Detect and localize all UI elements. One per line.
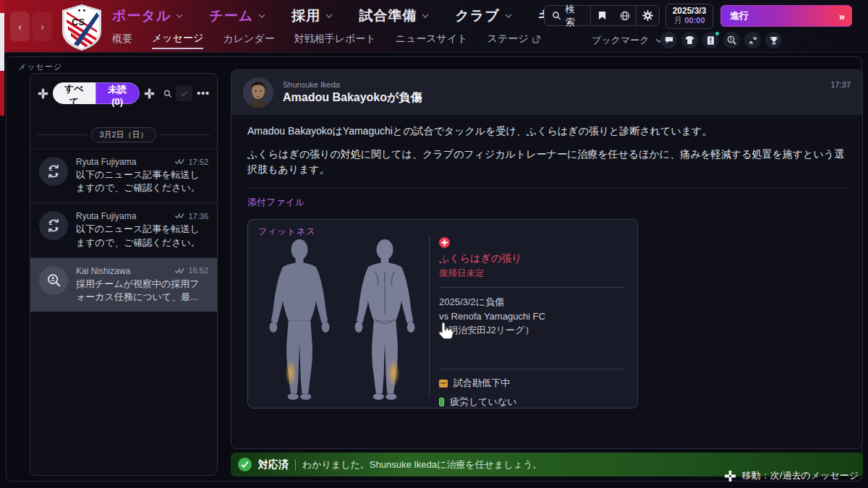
history-forward-button[interactable]: › — [33, 12, 52, 41]
trophy-icon — [770, 36, 778, 45]
search-icon — [552, 11, 561, 20]
check-circle-icon — [238, 458, 252, 471]
nav-portal[interactable]: ポータル — [112, 7, 183, 25]
bookmark-button[interactable] — [591, 6, 613, 25]
tab-messages[interactable]: メッセージ — [152, 32, 203, 49]
circular-arrows-icon — [749, 36, 757, 45]
world-button[interactable] — [613, 6, 636, 25]
nav-club-label: クラブ — [455, 7, 499, 25]
tab-stage-label: ステージ — [488, 33, 529, 46]
filter-all-button[interactable]: すべて — [53, 82, 95, 104]
speech-bubble-icon — [665, 36, 673, 44]
sharpness-status-row: 試合勘低下中 — [439, 377, 624, 390]
bookmarks-label: ブックマーク — [592, 34, 650, 47]
fitness-statuses: 試合勘低下中 疲労していない — [439, 369, 624, 414]
divider — [429, 236, 430, 398]
tab-overview[interactable]: 概要 — [112, 33, 132, 48]
injury-return-date: 復帰日未定 — [439, 267, 624, 280]
list-item-message-2[interactable]: Ryuta Fujiyama 17:36 以下のニュース記事を転送しますので、ご… — [30, 202, 217, 257]
message-time: 16:52 — [174, 266, 208, 275]
time-text: 17:52 — [188, 158, 208, 166]
external-link-icon — [532, 35, 540, 43]
transfer-icon — [46, 164, 61, 179]
medical-plus-icon — [439, 237, 450, 248]
messages-toolbar: すべて 未読 (0) ••• — [30, 74, 217, 111]
divider — [295, 459, 296, 471]
chevron-down-icon — [422, 14, 429, 19]
date-divider: 3月2日（日） — [38, 127, 210, 142]
message-navigation-hint[interactable]: 移動：次/過去のメッセージ — [724, 469, 859, 482]
more-options-icon[interactable]: ••• — [197, 87, 210, 99]
avatar — [39, 266, 68, 295]
dpad-icon — [724, 470, 736, 482]
avatar — [39, 211, 68, 240]
time-text: 17:36 — [188, 212, 208, 221]
nav-match-prep[interactable]: 試合準備 — [359, 7, 429, 25]
nav-club[interactable]: クラブ — [455, 7, 511, 25]
squad-kit-button[interactable] — [681, 32, 698, 48]
message-header: Shunsuke Ikeda Amadou Bakayokoが負傷 17:37 — [231, 70, 862, 115]
tab-opponent-report[interactable]: 対戦相手レポート — [294, 33, 376, 48]
body-front-view — [258, 239, 341, 401]
tab-news-site[interactable]: ニュースサイト — [396, 33, 468, 48]
list-item-message-3[interactable]: Kai Nishizawa 16:52 採用チームが視察中の採用フォーカス任務に… — [30, 257, 217, 312]
list-item-message-1[interactable]: Ryuta Fujiyama 17:52 以下のニュース記事を転送しますので、ご… — [30, 148, 217, 202]
filter-segmented-control: すべて 未読 (0) — [53, 82, 140, 104]
chat-button[interactable] — [660, 32, 677, 48]
chevron-down-icon — [176, 14, 183, 19]
message-preview: 採用チームが視察中の採用フォーカス任務について、最... — [76, 278, 208, 304]
nav-team[interactable]: チーム — [209, 7, 265, 25]
handled-message: わかりました。Shunsuke Ikedaに治療を任せましょう。 — [302, 458, 542, 471]
attachments-link[interactable]: 添付ファイル — [247, 196, 846, 209]
screen-label: メッセージ — [18, 61, 62, 72]
sync-button[interactable] — [744, 32, 761, 48]
injury-highlight-left-calf — [387, 359, 399, 387]
dpad-right-icon[interactable] — [144, 87, 155, 100]
double-check-icon — [174, 213, 185, 219]
history-back-button[interactable]: ‹ — [10, 12, 30, 41]
quick-access-icons — [660, 32, 782, 48]
nav-recruitment-label: 採用 — [292, 7, 320, 25]
scouting-button[interactable] — [723, 32, 740, 48]
message-header-texts: Shunsuke Ikeda Amadou Bakayokoが負傷 — [283, 80, 422, 106]
bookmarks-dropdown[interactable]: ブックマーク — [592, 34, 663, 47]
notification-badge — [715, 31, 720, 36]
search-list-icon[interactable] — [163, 89, 172, 98]
double-check-icon — [174, 158, 185, 165]
continue-label: 進行 — [730, 9, 749, 22]
club-color-stripe — [0, 0, 4, 116]
secondary-nav: 概要 メッセージ カレンダー 対戦相手レポート ニュースサイト ステージ — [112, 32, 540, 49]
filter-unread-button[interactable]: 未読 (0) — [95, 82, 140, 104]
nav-recruitment[interactable]: 採用 — [292, 7, 333, 25]
fatigue-status-row: 疲労していない — [439, 395, 624, 408]
message-sender: Shunsuke Ikeda — [283, 80, 422, 89]
check-icon — [180, 90, 188, 97]
messages-list-panel: すべて 未読 (0) ••• 3月2日（日） — [30, 73, 218, 476]
top-bar: ‹ › CS — [0, 0, 868, 53]
mark-read-checkbox-button[interactable] — [176, 85, 192, 101]
tab-calendar[interactable]: カレンダー — [223, 33, 274, 48]
search-button[interactable]: 検索 — [545, 6, 590, 25]
injury-match: vs Renofa Yamaguchi FC — [439, 309, 624, 324]
injury-date: 2025/3/2に負傷 — [439, 295, 624, 309]
fm-window: ‹ › CS — [0, 0, 868, 488]
card-alert-icon — [707, 36, 714, 45]
shirt-icon — [685, 36, 694, 44]
dpad-left-icon[interactable] — [38, 87, 48, 100]
divider — [247, 188, 846, 189]
news-card-button[interactable] — [702, 32, 719, 48]
date-divider-label: 3月2日（日） — [91, 127, 156, 142]
tab-stage[interactable]: ステージ — [488, 33, 540, 48]
sharpness-status-text: 試合勘低下中 — [454, 377, 510, 390]
continue-button[interactable]: 進行 » — [720, 5, 852, 27]
search-label: 検索 — [565, 3, 583, 29]
divider — [439, 369, 624, 369]
injury-name: ふくらはぎの張り — [439, 252, 624, 265]
double-chevron-icon: » — [839, 10, 843, 22]
settings-button[interactable] — [637, 6, 659, 25]
game-date: 2025/3/3 — [666, 7, 712, 16]
scout-magnifier-icon — [47, 273, 61, 287]
fitness-attachment-card[interactable]: フィットネス — [247, 219, 638, 408]
game-date-widget[interactable]: 2025/3/3 月00:00 — [665, 4, 713, 29]
competitions-button[interactable] — [765, 32, 782, 48]
